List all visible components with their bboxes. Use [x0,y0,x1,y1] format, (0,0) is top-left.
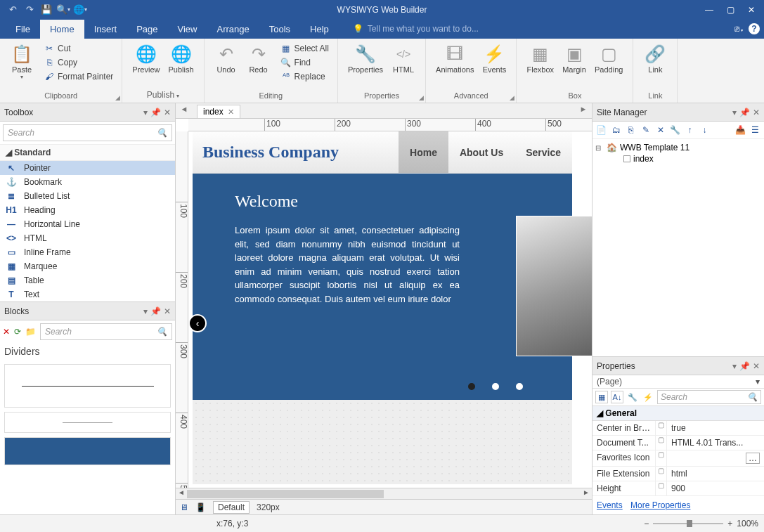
close-icon[interactable]: ✕ [228,108,234,117]
wrench-icon[interactable]: 🔧 [626,391,639,403]
scroll-left-icon[interactable]: ◄ [176,488,187,496]
hero-title[interactable]: Welcome [235,192,530,211]
tool-item-bookmark[interactable]: ⚓Bookmark [0,175,175,189]
property-row[interactable]: Center in Bro...▢true [593,421,764,436]
edit-icon[interactable]: ✎ [640,124,652,136]
desktop-icon[interactable]: 🖥 [180,502,188,512]
carousel-dot-3[interactable] [516,383,523,390]
tell-me-search[interactable]: 💡 Tell me what you want to do... [353,24,479,34]
replace-button[interactable]: ᴬᴮReplace [278,70,332,84]
scrollbar-horizontal[interactable]: ◄ ► [176,488,592,499]
menu-file[interactable]: File [6,20,40,39]
format-painter-button[interactable]: 🖌Format Painter [41,70,116,84]
events-button[interactable]: ⚡Events [478,41,510,75]
menu-arrange[interactable]: Arrange [207,20,259,39]
carousel-prev-icon[interactable]: ‹ [188,314,207,332]
dialog-launcher-icon[interactable]: ◢ [115,94,120,101]
divider-preview-2[interactable] [4,412,171,433]
pin-icon[interactable]: 📌 [739,108,750,117]
new-folder-icon[interactable]: 🗂 [610,124,622,136]
clone-icon[interactable]: ⎘ [625,124,637,136]
dialog-launcher-icon[interactable]: ◢ [419,94,424,101]
nav-about[interactable]: About Us [448,131,514,173]
paste-button[interactable]: 📋 Paste ▾ [6,41,38,82]
zoom-slider[interactable] [653,523,723,524]
tool-item-marquee[interactable]: ▦Marquee [0,259,175,273]
property-row[interactable]: Document T...▢HTML 4.01 Trans... [593,436,764,450]
property-row[interactable]: Favorites Icon▢… [593,450,764,467]
html-button[interactable]: </>HTML [387,41,420,75]
sort-az-icon[interactable]: A↓ [611,391,623,403]
property-value[interactable]: … [667,450,764,466]
margin-button[interactable]: ▣Margin [558,41,590,75]
delete-icon[interactable]: ✕ [3,327,10,337]
flexbox-button[interactable]: ▦Flexbox [522,41,558,75]
scroll-thumb[interactable] [187,490,384,498]
scroll-right-icon[interactable]: ► [581,488,592,496]
preview-dropdown-icon[interactable]: 🔍▾ [56,3,70,17]
menu-help[interactable]: Help [300,20,339,39]
tree-page-index[interactable]: index [595,153,761,164]
toolbox-category[interactable]: ◢ Standard [0,144,175,161]
pin-icon[interactable]: 📌 [739,361,750,371]
nav-home[interactable]: Home [399,131,448,173]
hero-image[interactable] [516,216,592,356]
close-button[interactable]: ✕ [742,2,761,18]
tool-item-bulleted-list[interactable]: ≣Bulleted List [0,189,175,203]
display-options-icon[interactable]: ⎚▾ [734,24,744,34]
document-tab-index[interactable]: index ✕ [197,105,240,118]
expand-icon[interactable]: ⊟ [595,144,604,152]
preview-button[interactable]: 🌐Preview [128,41,164,75]
animations-button[interactable]: 🎞Animations [432,41,478,75]
nav-services[interactable]: Service [514,131,572,173]
property-value[interactable]: true [667,421,764,435]
help-icon[interactable]: ? [749,23,760,34]
close-icon[interactable]: ✕ [753,361,760,371]
undo-icon[interactable]: ↶ [6,3,20,17]
select-all-button[interactable]: ▦Select All [278,41,332,56]
find-button[interactable]: 🔍Find [278,56,332,70]
carousel-dot-1[interactable] [468,383,475,390]
property-category-general[interactable]: ◢ General [593,406,764,421]
blocks-section-dividers[interactable]: Dividers [0,343,175,360]
property-value[interactable]: html [667,467,764,481]
folder-icon[interactable]: 📁 [25,327,36,337]
properties-search[interactable]: Search 🔍 [657,390,761,404]
tool-item-text[interactable]: TText [0,287,175,301]
move-down-icon[interactable]: ↓ [699,124,711,136]
menu-page[interactable]: Page [127,20,167,39]
mobile-icon[interactable]: 📱 [195,502,206,512]
publish-dropdown-icon[interactable]: 🌐▾ [73,3,87,17]
new-page-icon[interactable]: 📄 [595,124,607,136]
copy-button[interactable]: ⎘Copy [41,56,116,70]
dropdown-icon[interactable]: ▾ [143,108,148,117]
dialog-launcher-icon[interactable]: ◢ [510,94,514,101]
close-icon[interactable]: ✕ [753,108,760,117]
tool-item-horizontal-line[interactable]: —Horizontal Line [0,217,175,231]
tab-nav-left[interactable]: ◄ [179,105,190,113]
menu-tools[interactable]: Tools [259,20,300,39]
undo-button[interactable]: ↶Undo [210,41,242,75]
zoom-in-button[interactable]: + [727,519,732,528]
publish-button[interactable]: 🌐Publish [164,41,198,75]
menu-icon[interactable]: ☰ [749,124,761,136]
breakpoint-default[interactable]: Default [213,501,250,514]
minimize-button[interactable]: — [699,2,719,18]
pin-icon[interactable]: 📌 [150,306,161,316]
tool-item-html[interactable]: <>HTML [0,231,175,245]
padding-button[interactable]: ▢Padding [590,41,627,75]
tool-item-heading[interactable]: H1Heading [0,203,175,217]
divider-preview-3[interactable] [4,437,171,465]
property-row[interactable]: File Extension▢html [593,467,764,481]
properties-icon[interactable]: 🔧 [669,124,681,136]
property-value[interactable]: HTML 4.01 Trans... [667,436,764,450]
import-icon[interactable]: 📥 [734,124,746,136]
canvas[interactable]: Business Company Home About Us Service ‹… [188,131,592,488]
divider-preview-1[interactable] [4,364,171,408]
close-icon[interactable]: ✕ [164,108,171,117]
refresh-icon[interactable]: ⟳ [14,327,21,337]
delete-icon[interactable]: ✕ [654,124,666,136]
tool-item-pointer[interactable]: ↖Pointer [0,161,175,175]
move-up-icon[interactable]: ↑ [684,124,696,136]
categorize-icon[interactable]: ▦ [595,391,608,403]
